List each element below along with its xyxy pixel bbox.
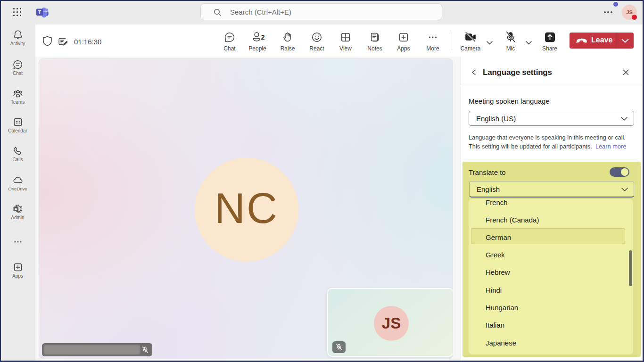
svg-text:2: 2 [261,33,265,41]
svg-text:T: T [38,9,41,15]
svg-text:A: A [14,207,17,211]
